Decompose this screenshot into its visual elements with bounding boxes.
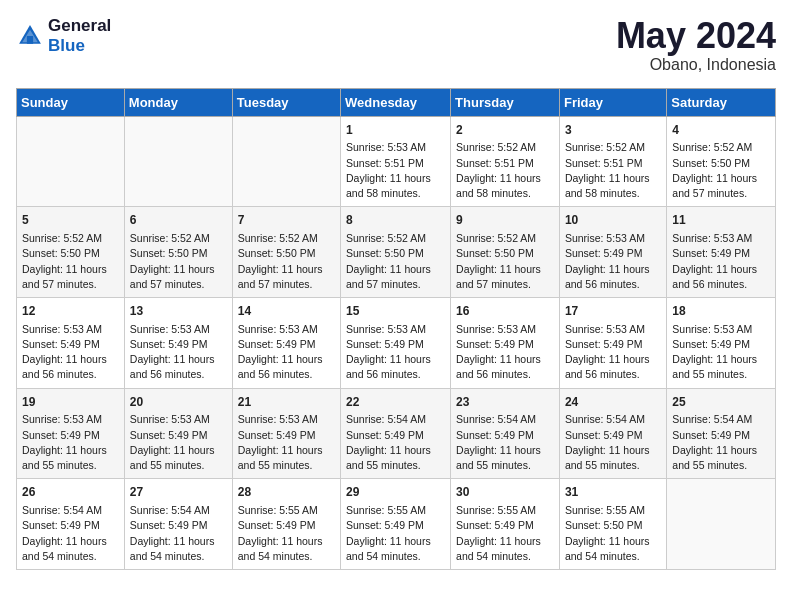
calendar-cell: 26Sunrise: 5:54 AM Sunset: 5:49 PM Dayli… <box>17 479 125 570</box>
calendar-cell: 22Sunrise: 5:54 AM Sunset: 5:49 PM Dayli… <box>341 388 451 479</box>
day-number: 28 <box>238 484 335 501</box>
day-header-thursday: Thursday <box>451 88 560 116</box>
calendar-cell: 23Sunrise: 5:54 AM Sunset: 5:49 PM Dayli… <box>451 388 560 479</box>
day-info: Sunrise: 5:53 AM Sunset: 5:49 PM Dayligh… <box>565 322 661 383</box>
logo: General Blue <box>16 16 111 57</box>
day-info: Sunrise: 5:52 AM Sunset: 5:50 PM Dayligh… <box>456 231 554 292</box>
day-number: 30 <box>456 484 554 501</box>
day-number: 16 <box>456 303 554 320</box>
week-row-5: 26Sunrise: 5:54 AM Sunset: 5:49 PM Dayli… <box>17 479 776 570</box>
day-number: 11 <box>672 212 770 229</box>
calendar-cell: 14Sunrise: 5:53 AM Sunset: 5:49 PM Dayli… <box>232 297 340 388</box>
day-number: 14 <box>238 303 335 320</box>
day-info: Sunrise: 5:54 AM Sunset: 5:49 PM Dayligh… <box>672 412 770 473</box>
calendar-cell <box>667 479 776 570</box>
calendar-cell: 3Sunrise: 5:52 AM Sunset: 5:51 PM Daylig… <box>559 116 666 207</box>
day-info: Sunrise: 5:52 AM Sunset: 5:51 PM Dayligh… <box>565 140 661 201</box>
svg-rect-2 <box>27 36 33 44</box>
day-header-sunday: Sunday <box>17 88 125 116</box>
calendar-cell: 20Sunrise: 5:53 AM Sunset: 5:49 PM Dayli… <box>124 388 232 479</box>
day-number: 2 <box>456 122 554 139</box>
day-info: Sunrise: 5:54 AM Sunset: 5:49 PM Dayligh… <box>346 412 445 473</box>
calendar-cell: 24Sunrise: 5:54 AM Sunset: 5:49 PM Dayli… <box>559 388 666 479</box>
day-number: 31 <box>565 484 661 501</box>
day-number: 23 <box>456 394 554 411</box>
day-info: Sunrise: 5:53 AM Sunset: 5:49 PM Dayligh… <box>456 322 554 383</box>
logo-text: General Blue <box>48 16 111 57</box>
page-header: General Blue May 2024 Obano, Indonesia <box>16 16 776 74</box>
day-number: 8 <box>346 212 445 229</box>
day-number: 1 <box>346 122 445 139</box>
day-info: Sunrise: 5:52 AM Sunset: 5:50 PM Dayligh… <box>22 231 119 292</box>
week-row-4: 19Sunrise: 5:53 AM Sunset: 5:49 PM Dayli… <box>17 388 776 479</box>
week-row-3: 12Sunrise: 5:53 AM Sunset: 5:49 PM Dayli… <box>17 297 776 388</box>
day-info: Sunrise: 5:53 AM Sunset: 5:49 PM Dayligh… <box>130 322 227 383</box>
day-info: Sunrise: 5:53 AM Sunset: 5:49 PM Dayligh… <box>346 322 445 383</box>
calendar-cell <box>17 116 125 207</box>
day-number: 19 <box>22 394 119 411</box>
day-number: 29 <box>346 484 445 501</box>
calendar-cell: 30Sunrise: 5:55 AM Sunset: 5:49 PM Dayli… <box>451 479 560 570</box>
calendar-table: SundayMondayTuesdayWednesdayThursdayFrid… <box>16 88 776 570</box>
day-info: Sunrise: 5:53 AM Sunset: 5:49 PM Dayligh… <box>672 322 770 383</box>
day-number: 20 <box>130 394 227 411</box>
day-number: 18 <box>672 303 770 320</box>
day-info: Sunrise: 5:55 AM Sunset: 5:50 PM Dayligh… <box>565 503 661 564</box>
calendar-cell: 18Sunrise: 5:53 AM Sunset: 5:49 PM Dayli… <box>667 297 776 388</box>
calendar-cell: 15Sunrise: 5:53 AM Sunset: 5:49 PM Dayli… <box>341 297 451 388</box>
logo-general: General <box>48 16 111 36</box>
calendar-cell: 13Sunrise: 5:53 AM Sunset: 5:49 PM Dayli… <box>124 297 232 388</box>
day-number: 12 <box>22 303 119 320</box>
calendar-cell: 27Sunrise: 5:54 AM Sunset: 5:49 PM Dayli… <box>124 479 232 570</box>
calendar-cell: 12Sunrise: 5:53 AM Sunset: 5:49 PM Dayli… <box>17 297 125 388</box>
day-info: Sunrise: 5:53 AM Sunset: 5:51 PM Dayligh… <box>346 140 445 201</box>
day-number: 10 <box>565 212 661 229</box>
day-info: Sunrise: 5:54 AM Sunset: 5:49 PM Dayligh… <box>130 503 227 564</box>
calendar-cell: 7Sunrise: 5:52 AM Sunset: 5:50 PM Daylig… <box>232 207 340 298</box>
day-number: 27 <box>130 484 227 501</box>
title-block: May 2024 Obano, Indonesia <box>616 16 776 74</box>
day-header-tuesday: Tuesday <box>232 88 340 116</box>
calendar-cell: 11Sunrise: 5:53 AM Sunset: 5:49 PM Dayli… <box>667 207 776 298</box>
day-number: 22 <box>346 394 445 411</box>
calendar-cell: 28Sunrise: 5:55 AM Sunset: 5:49 PM Dayli… <box>232 479 340 570</box>
calendar-title: May 2024 <box>616 16 776 56</box>
day-info: Sunrise: 5:55 AM Sunset: 5:49 PM Dayligh… <box>456 503 554 564</box>
week-row-1: 1Sunrise: 5:53 AM Sunset: 5:51 PM Daylig… <box>17 116 776 207</box>
calendar-cell: 2Sunrise: 5:52 AM Sunset: 5:51 PM Daylig… <box>451 116 560 207</box>
day-info: Sunrise: 5:55 AM Sunset: 5:49 PM Dayligh… <box>238 503 335 564</box>
day-header-wednesday: Wednesday <box>341 88 451 116</box>
day-number: 4 <box>672 122 770 139</box>
week-row-2: 5Sunrise: 5:52 AM Sunset: 5:50 PM Daylig… <box>17 207 776 298</box>
day-number: 17 <box>565 303 661 320</box>
calendar-cell: 31Sunrise: 5:55 AM Sunset: 5:50 PM Dayli… <box>559 479 666 570</box>
calendar-cell: 17Sunrise: 5:53 AM Sunset: 5:49 PM Dayli… <box>559 297 666 388</box>
calendar-cell: 25Sunrise: 5:54 AM Sunset: 5:49 PM Dayli… <box>667 388 776 479</box>
day-info: Sunrise: 5:53 AM Sunset: 5:49 PM Dayligh… <box>130 412 227 473</box>
day-number: 7 <box>238 212 335 229</box>
day-number: 6 <box>130 212 227 229</box>
day-info: Sunrise: 5:53 AM Sunset: 5:49 PM Dayligh… <box>238 322 335 383</box>
calendar-cell <box>232 116 340 207</box>
day-header-saturday: Saturday <box>667 88 776 116</box>
calendar-cell: 21Sunrise: 5:53 AM Sunset: 5:49 PM Dayli… <box>232 388 340 479</box>
calendar-cell: 1Sunrise: 5:53 AM Sunset: 5:51 PM Daylig… <box>341 116 451 207</box>
day-info: Sunrise: 5:53 AM Sunset: 5:49 PM Dayligh… <box>22 412 119 473</box>
day-header-friday: Friday <box>559 88 666 116</box>
calendar-location: Obano, Indonesia <box>616 56 776 74</box>
calendar-cell: 29Sunrise: 5:55 AM Sunset: 5:49 PM Dayli… <box>341 479 451 570</box>
calendar-cell: 10Sunrise: 5:53 AM Sunset: 5:49 PM Dayli… <box>559 207 666 298</box>
day-info: Sunrise: 5:52 AM Sunset: 5:50 PM Dayligh… <box>346 231 445 292</box>
day-info: Sunrise: 5:53 AM Sunset: 5:49 PM Dayligh… <box>238 412 335 473</box>
day-info: Sunrise: 5:52 AM Sunset: 5:50 PM Dayligh… <box>130 231 227 292</box>
calendar-cell: 5Sunrise: 5:52 AM Sunset: 5:50 PM Daylig… <box>17 207 125 298</box>
day-info: Sunrise: 5:52 AM Sunset: 5:50 PM Dayligh… <box>672 140 770 201</box>
day-number: 24 <box>565 394 661 411</box>
day-number: 15 <box>346 303 445 320</box>
day-info: Sunrise: 5:52 AM Sunset: 5:51 PM Dayligh… <box>456 140 554 201</box>
calendar-cell: 9Sunrise: 5:52 AM Sunset: 5:50 PM Daylig… <box>451 207 560 298</box>
day-info: Sunrise: 5:54 AM Sunset: 5:49 PM Dayligh… <box>22 503 119 564</box>
day-info: Sunrise: 5:54 AM Sunset: 5:49 PM Dayligh… <box>456 412 554 473</box>
calendar-cell: 8Sunrise: 5:52 AM Sunset: 5:50 PM Daylig… <box>341 207 451 298</box>
calendar-cell: 4Sunrise: 5:52 AM Sunset: 5:50 PM Daylig… <box>667 116 776 207</box>
